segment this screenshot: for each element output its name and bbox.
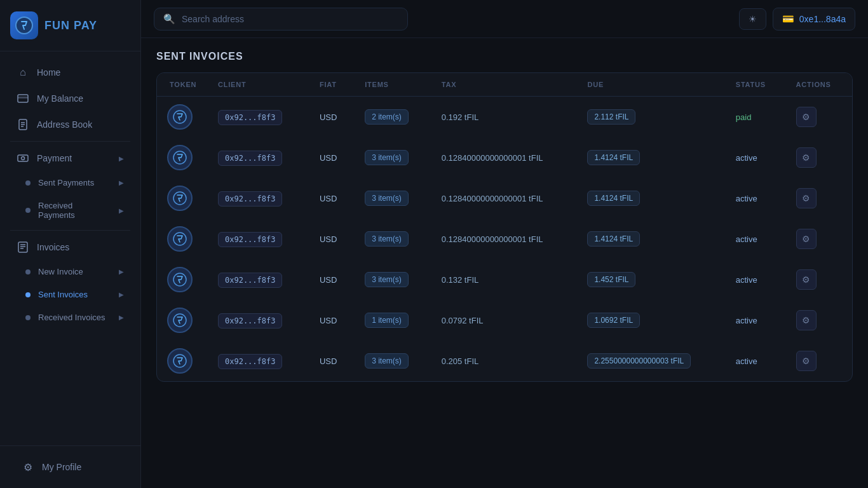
logo-area: FUN PAY	[0, 0, 140, 51]
cell-token-5	[157, 300, 208, 341]
theme-toggle-button[interactable]: ☀	[739, 8, 766, 30]
sidebar-item-sent-invoices[interactable]: Sent Invoices ▶	[5, 283, 135, 306]
col-items: ITEMS	[355, 73, 431, 97]
table-body: 0x92...f8f3 USD 2 item(s) 0.192 tFIL 2.1…	[157, 97, 852, 381]
wallet-icon: 💳	[782, 13, 794, 25]
status-badge-2: active	[736, 194, 757, 203]
cell-token-3	[157, 219, 208, 259]
sidebar-item-received-payments-label: Received Payments	[38, 201, 111, 220]
cell-status-0: paid	[726, 97, 786, 137]
token-avatar-2	[167, 186, 193, 211]
token-avatar-3	[167, 226, 193, 252]
search-input[interactable]	[182, 14, 398, 24]
sidebar-item-sent-invoices-label: Sent Invoices	[38, 290, 88, 299]
cell-client-4: 0x92...f8f3	[208, 259, 309, 300]
sidebar-item-received-invoices-label: Received Invoices	[38, 313, 105, 322]
cell-items-1: 3 item(s)	[355, 137, 431, 178]
nav-list: ⌂ Home My Balance Address Book	[0, 51, 140, 445]
cell-tax-5: 0.0792 tFIL	[431, 300, 578, 341]
action-settings-5[interactable]: ⚙	[796, 310, 817, 330]
action-settings-6[interactable]: ⚙	[796, 351, 817, 371]
section-title: SENT INVOICES	[156, 51, 853, 62]
sidebar-item-received-invoices[interactable]: Received Invoices ▶	[5, 306, 135, 329]
action-settings-1[interactable]: ⚙	[796, 147, 817, 168]
cell-actions-0: ⚙	[786, 97, 852, 137]
cell-fiat-2: USD	[309, 178, 355, 219]
wallet-button[interactable]: 💳 0xe1...8a4a	[773, 8, 855, 30]
cell-tax-6: 0.205 tFIL	[431, 341, 578, 381]
sidebar-item-home[interactable]: ⌂ Home	[5, 60, 135, 85]
cell-items-4: 3 item(s)	[355, 259, 431, 300]
cell-status-2: active	[726, 178, 786, 219]
col-token: TOKEN	[157, 73, 208, 97]
action-settings-4[interactable]: ⚙	[796, 269, 817, 290]
svg-rect-9	[18, 242, 27, 252]
sidebar-item-my-profile[interactable]: ⚙ My Profile	[10, 454, 130, 480]
chevron-new-invoice: ▶	[119, 268, 124, 275]
chevron-payment: ▶	[119, 155, 124, 162]
cell-token-6	[157, 341, 208, 381]
sidebar-item-new-invoice[interactable]: New Invoice ▶	[5, 261, 135, 283]
col-due: DUE	[577, 73, 725, 97]
received-payments-icon	[25, 208, 31, 213]
cell-status-3: active	[726, 219, 786, 259]
sent-payments-icon	[25, 180, 31, 186]
home-icon: ⌂	[17, 66, 29, 79]
cell-actions-5: ⚙	[786, 300, 852, 341]
sidebar-item-invoices[interactable]: Invoices	[5, 234, 135, 260]
table-row: 0x92...f8f3 USD 3 item(s) 0.128400000000…	[157, 137, 852, 178]
cell-due-1: 1.4124 tFIL	[577, 137, 725, 178]
items-badge-5: 1 item(s)	[365, 313, 409, 328]
cell-token-0	[157, 97, 208, 137]
svg-rect-7	[18, 155, 28, 161]
items-badge-0: 2 item(s)	[365, 109, 409, 125]
items-badge-2: 3 item(s)	[365, 191, 409, 206]
sidebar-item-my-balance[interactable]: My Balance	[5, 86, 135, 111]
cell-client-1: 0x92...f8f3	[208, 137, 309, 178]
action-settings-0[interactable]: ⚙	[796, 107, 817, 127]
client-address-5: 0x92...f8f3	[218, 313, 282, 329]
cell-tax-3: 0.12840000000000001 tFIL	[431, 219, 578, 259]
search-container: 🔍	[154, 8, 408, 30]
cell-actions-3: ⚙	[786, 219, 852, 259]
items-badge-6: 3 item(s)	[365, 353, 409, 369]
invoices-icon	[17, 241, 29, 254]
svg-point-8	[22, 157, 25, 160]
wallet-address: 0xe1...8a4a	[799, 14, 846, 24]
sidebar-item-balance-label: My Balance	[37, 93, 83, 104]
table-row: 0x92...f8f3 USD 2 item(s) 0.192 tFIL 2.1…	[157, 97, 852, 137]
cell-client-6: 0x92...f8f3	[208, 341, 309, 381]
client-address-0: 0x92...f8f3	[218, 110, 282, 125]
sidebar-item-address-book[interactable]: Address Book	[5, 112, 135, 137]
chevron-received-payments: ▶	[119, 207, 124, 214]
main-content: 🔍 ☀ 💳 0xe1...8a4a SENT INVOICES TOKEN CL…	[141, 0, 868, 488]
client-address-6: 0x92...f8f3	[218, 354, 282, 369]
sidebar-item-invoices-label: Invoices	[37, 242, 69, 252]
cell-items-5: 1 item(s)	[355, 300, 431, 341]
token-avatar-6	[167, 348, 193, 374]
col-fiat: FIAT	[309, 73, 355, 97]
sidebar-item-sent-payments-label: Sent Payments	[38, 178, 94, 187]
search-icon: 🔍	[163, 13, 175, 25]
col-client: CLIENT	[208, 73, 309, 97]
status-badge-6: active	[736, 356, 757, 366]
cell-items-2: 3 item(s)	[355, 178, 431, 219]
cell-status-1: active	[726, 137, 786, 178]
content-area: SENT INVOICES TOKEN CLIENT FIAT ITEMS TA…	[141, 38, 868, 488]
action-settings-3[interactable]: ⚙	[796, 229, 817, 249]
due-badge-3: 1.4124 tFIL	[587, 231, 640, 247]
sidebar-item-payment[interactable]: Payment ▶	[5, 146, 135, 171]
logo-icon	[10, 11, 38, 39]
sent-invoices-dot	[25, 292, 31, 297]
payment-icon	[17, 152, 29, 165]
sidebar-bottom: ⚙ My Profile	[0, 445, 140, 488]
action-settings-2[interactable]: ⚙	[796, 188, 817, 208]
cell-due-4: 1.452 tFIL	[577, 259, 725, 300]
cell-tax-0: 0.192 tFIL	[431, 97, 578, 137]
sidebar-item-sent-payments[interactable]: Sent Payments ▶	[5, 172, 135, 194]
sidebar-item-received-payments[interactable]: Received Payments ▶	[5, 194, 135, 226]
sidebar-item-address-label: Address Book	[37, 119, 92, 130]
sidebar-item-home-label: Home	[37, 67, 60, 78]
chevron-sent-invoices: ▶	[119, 291, 124, 298]
cell-fiat-0: USD	[309, 97, 355, 137]
